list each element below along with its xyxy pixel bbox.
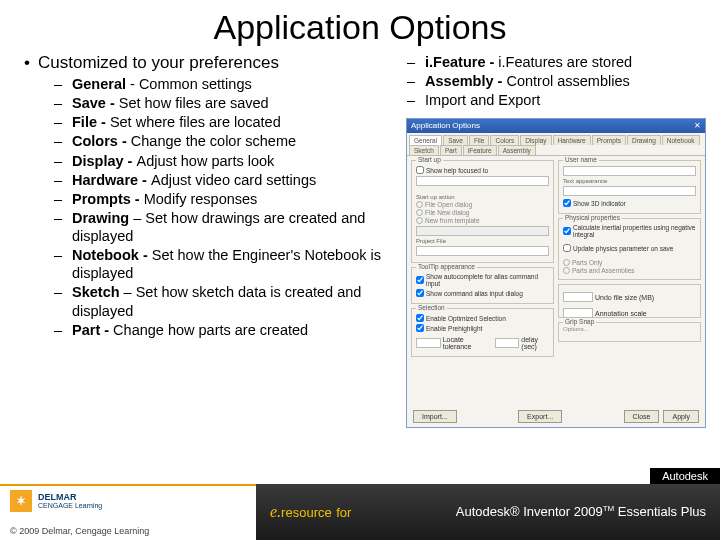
checkbox[interactable]: [416, 166, 424, 174]
left-sublist: –General - Common settings–Save - Set ho…: [24, 75, 389, 339]
copyright: © 2009 Delmar, Cengage Learning: [10, 526, 246, 536]
input-field: [416, 226, 549, 236]
export-button[interactable]: Export...: [518, 410, 562, 423]
dialog-tab[interactable]: Hardware: [553, 135, 591, 145]
autodesk-badge: Autodesk: [650, 468, 720, 484]
dialog-title: Application Options: [411, 121, 480, 131]
dialog-tab[interactable]: iFeature: [463, 145, 497, 155]
dialog-tab[interactable]: Notebook: [662, 135, 700, 145]
input-field[interactable]: [416, 246, 549, 256]
list-item: –File - Set where files are located: [54, 113, 389, 131]
dialog-tab[interactable]: Save: [443, 135, 468, 145]
list-item: –Hardware - Adjust video card settings: [54, 171, 389, 189]
dialog-button-row: Import... Export... Close Apply: [407, 410, 705, 423]
list-item: –Save - Set how files are saved: [54, 94, 389, 112]
dialog-tab[interactable]: Display: [520, 135, 551, 145]
input-field[interactable]: [563, 186, 696, 196]
for-text: for: [336, 505, 351, 520]
list-item: –Colors - Change the color scheme: [54, 132, 389, 150]
checkbox[interactable]: [563, 227, 571, 235]
dialog-tab[interactable]: Drawing: [627, 135, 661, 145]
list-item: –Sketch – Set how sketch data is created…: [54, 283, 389, 319]
apply-button[interactable]: Apply: [663, 410, 699, 423]
dialog-tab[interactable]: Colors: [490, 135, 519, 145]
close-icon[interactable]: ✕: [694, 121, 701, 131]
checkbox[interactable]: [563, 244, 571, 252]
checkbox[interactable]: [563, 199, 571, 207]
app-options-dialog: Application Options ✕ GeneralSaveFileCol…: [406, 118, 706, 428]
dialog-titlebar: Application Options ✕: [407, 119, 705, 133]
slide-footer: ✶ DELMAR CENGAGE Learning © 2009 Delmar,…: [0, 484, 720, 540]
list-item: –Assembly - Control assemblies: [407, 72, 700, 90]
checkbox[interactable]: [416, 276, 424, 284]
left-column: • Customized to your preferences –Genera…: [24, 53, 389, 340]
list-item: –Drawing – Set how drawings are created …: [54, 209, 389, 245]
import-button[interactable]: Import...: [413, 410, 457, 423]
right-sublist: –i.Feature - i.Features are stored–Assem…: [395, 53, 700, 109]
dialog-tab[interactable]: File: [469, 135, 489, 145]
dialog-tab[interactable]: General: [409, 135, 442, 145]
brand-cengage: CENGAGE Learning: [38, 502, 102, 509]
product-suffix: Essentials Plus: [618, 505, 706, 520]
product-name: Autodesk® Inventor 2009: [456, 505, 603, 520]
footer-right: Autodesk e.resource for Autodesk® Invent…: [256, 484, 720, 540]
checkbox[interactable]: [416, 314, 424, 322]
list-item: –General - Common settings: [54, 75, 389, 93]
list-item: –Part - Change how parts are created: [54, 321, 389, 339]
left-heading: Customized to your preferences: [38, 53, 279, 73]
dialog-body: Start up Show help focused to Start up a…: [407, 156, 705, 406]
list-item: –Import and Export: [407, 91, 700, 109]
username-input[interactable]: [563, 166, 696, 176]
dialog-tab[interactable]: Sketch: [409, 145, 439, 155]
list-item: –Notebook - Set how the Engineer's Noteb…: [54, 246, 389, 282]
list-item: –Display - Adjust how parts look: [54, 152, 389, 170]
list-item: –i.Feature - i.Features are stored: [407, 53, 700, 71]
footer-left: ✶ DELMAR CENGAGE Learning © 2009 Delmar,…: [0, 484, 256, 540]
checkbox[interactable]: [416, 324, 424, 332]
dialog-tab[interactable]: Part: [440, 145, 462, 155]
brand-delmar: DELMAR: [38, 493, 102, 502]
dialog-tab[interactable]: Assembly: [498, 145, 536, 155]
delmar-logo-icon: ✶: [10, 490, 32, 512]
list-item: –Prompts - Modify responses: [54, 190, 389, 208]
close-button[interactable]: Close: [624, 410, 660, 423]
dialog-tab[interactable]: Prompts: [592, 135, 626, 145]
slide-title: Application Options: [0, 0, 720, 47]
checkbox[interactable]: [416, 289, 424, 297]
dialog-tabs: GeneralSaveFileColorsDisplayHardwareProm…: [407, 133, 705, 156]
input-field[interactable]: [416, 176, 549, 186]
eresource-text: resource: [281, 505, 332, 520]
left-heading-bullet: • Customized to your preferences: [24, 53, 389, 73]
